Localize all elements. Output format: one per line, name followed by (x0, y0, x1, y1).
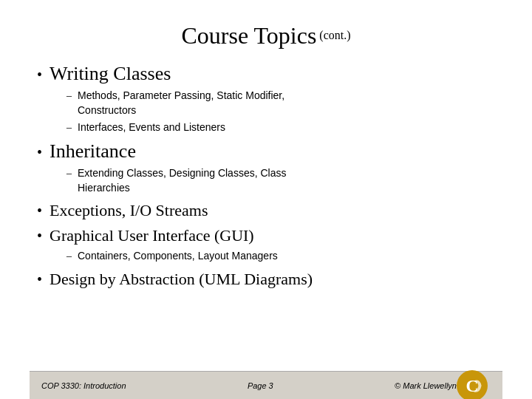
bullet-dot: • (37, 203, 42, 218)
footer-logo: C (457, 370, 488, 400)
bullet-dot: • (37, 67, 42, 82)
bullet-gui: • Graphical User Interface (GUI) – Conta… (37, 226, 502, 263)
bullet-label-inheritance: Inheritance (50, 140, 136, 163)
bullet-inheritance: • Inheritance – Extending Classes, Desig… (37, 140, 502, 196)
sub-bullet-item: – Extending Classes, Designing Classes, … (66, 166, 502, 196)
footer-copyright: © Mark Llewellyn (395, 381, 457, 390)
sub-dash: – (66, 250, 72, 262)
bullet-label-writing: Writing Classes (50, 63, 171, 85)
sub-bullet-item: – Containers, Components, Layout Manager… (66, 248, 502, 263)
sub-text-interfaces: Interfaces, Events and Listeners (78, 120, 225, 134)
svg-text:C: C (466, 376, 479, 395)
bullet-label-gui: Graphical User Interface (GUI) (50, 226, 254, 245)
sub-bullets-gui: – Containers, Components, Layout Manager… (37, 248, 502, 263)
sub-dash: – (66, 168, 72, 180)
slide: Course Topics (cont.) • Writing Classes … (0, 0, 532, 399)
logo-icon: C (457, 370, 488, 400)
content-area: • Writing Classes – Methods, Parameter P… (30, 63, 502, 371)
bullet-main-gui: • Graphical User Interface (GUI) (37, 226, 502, 245)
sub-bullet-item: – Methods, Parameter Passing, Static Mod… (66, 88, 502, 118)
bullet-dot: • (37, 145, 42, 160)
sub-dash: – (66, 122, 72, 134)
bullet-main-inheritance: • Inheritance (37, 140, 502, 163)
bullet-dot: • (37, 272, 42, 287)
sub-bullets-inheritance: – Extending Classes, Designing Classes, … (37, 166, 502, 196)
sub-bullet-item: – Interfaces, Events and Listeners (66, 120, 502, 134)
bullet-label-exceptions: Exceptions, I/O Streams (50, 201, 208, 220)
slide-title-sub: (cont.) (319, 29, 350, 41)
sub-dash: – (66, 90, 72, 102)
footer-course: COP 3330: Introduction (41, 381, 126, 390)
footer-page: Page 3 (248, 381, 273, 390)
bullet-main-writing: • Writing Classes (37, 63, 502, 85)
footer-text-area: COP 3330: Introduction Page 3 © Mark Lle… (41, 381, 457, 390)
bullet-design: • Design by Abstraction (UML Diagrams) (37, 270, 502, 289)
bullet-dot: • (37, 228, 42, 243)
sub-text-methods: Methods, Parameter Passing, Static Modif… (78, 88, 284, 118)
bullet-exceptions: • Exceptions, I/O Streams (37, 201, 502, 220)
bullet-main-exceptions: • Exceptions, I/O Streams (37, 201, 502, 220)
title-area: Course Topics (cont.) (30, 22, 502, 50)
sub-text-extending: Extending Classes, Designing Classes, Cl… (78, 166, 286, 196)
sub-bullets-writing: – Methods, Parameter Passing, Static Mod… (37, 88, 502, 134)
sub-text-containers: Containers, Components, Layout Managers (78, 248, 278, 263)
bullet-main-design: • Design by Abstraction (UML Diagrams) (37, 270, 502, 289)
bullet-label-design: Design by Abstraction (UML Diagrams) (50, 270, 313, 289)
bullet-writing-classes: • Writing Classes – Methods, Parameter P… (37, 63, 502, 134)
footer: COP 3330: Introduction Page 3 © Mark Lle… (30, 371, 502, 399)
slide-title: Course Topics (181, 22, 316, 49)
